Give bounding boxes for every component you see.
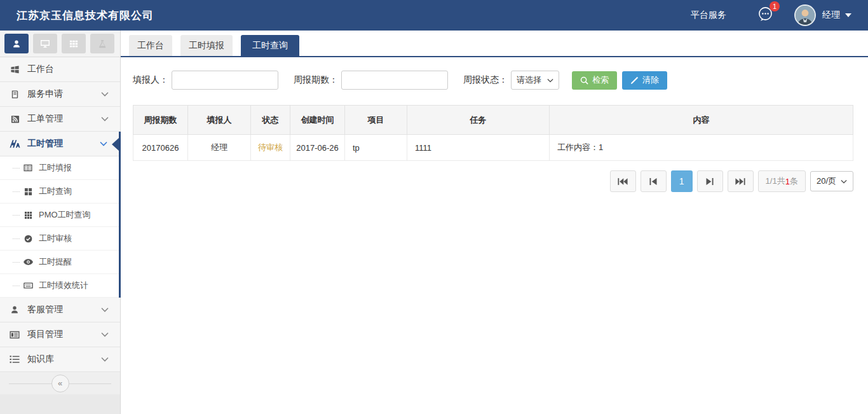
collapse-sidebar-button[interactable]: « bbox=[51, 375, 69, 392]
table-header-row: 周报期数 填报人 状态 创建时间 项目 任务 内容 bbox=[133, 106, 853, 135]
cell-created: 2017-06-26 bbox=[290, 135, 345, 161]
sidebar-icon-tabs bbox=[0, 31, 120, 57]
last-page-icon bbox=[735, 178, 745, 185]
clear-button[interactable]: 清除 bbox=[622, 71, 667, 90]
sidebar-item-label: 工时查询 bbox=[39, 186, 72, 197]
filter-row: 填报人： 周报期数： 周报状态： 请选择 检索 清除 bbox=[133, 71, 853, 90]
period-input[interactable] bbox=[341, 71, 448, 90]
grid-icon[interactable] bbox=[62, 34, 86, 53]
last-page-button[interactable] bbox=[728, 170, 754, 192]
pagination-record-count: 1 bbox=[785, 177, 790, 186]
topbar-right: 平台服务 1 经理 bbox=[691, 4, 868, 26]
worktime-submenu: 工时填报 工时查询 PMO工时查询 bbox=[0, 156, 119, 298]
period-label: 周报期数： bbox=[294, 74, 338, 86]
pagination-info: 1/1共1条 bbox=[758, 170, 806, 192]
cell-period: 20170626 bbox=[133, 135, 188, 161]
active-section: 工时管理 工时填报 工时查询 bbox=[0, 132, 121, 298]
status-select[interactable]: 请选择 bbox=[511, 71, 559, 90]
avatar[interactable] bbox=[794, 4, 816, 26]
feed-icon bbox=[9, 114, 20, 124]
app-window: 江苏京玉信息技术有限公司 平台服务 1 经理 bbox=[0, 0, 868, 414]
sidebar-item-worktime-query[interactable]: 工时查询 bbox=[0, 180, 119, 204]
sidebar-item-label: 工时审核 bbox=[39, 233, 72, 244]
cell-status: 待审核 bbox=[251, 135, 290, 161]
tab-worktime-query[interactable]: 工时查询 bbox=[241, 35, 299, 56]
shell: 工作台 服务申请 工单管理 bbox=[0, 31, 868, 414]
flask-icon[interactable] bbox=[90, 34, 114, 53]
chevron-down-icon bbox=[100, 141, 107, 146]
eye-icon bbox=[23, 258, 33, 266]
chat-bubble-icon bbox=[757, 14, 774, 25]
user-icon[interactable] bbox=[4, 34, 29, 53]
user-menu-caret-icon[interactable] bbox=[845, 13, 851, 17]
active-notch-icon bbox=[112, 138, 119, 151]
film-icon bbox=[23, 163, 33, 172]
sidebar-item-worktime[interactable]: 工时管理 bbox=[0, 132, 119, 156]
chevron-down-icon bbox=[101, 92, 109, 97]
sidebar-item-worktime-reminder[interactable]: 工时提醒 bbox=[0, 251, 119, 274]
page-number-button[interactable]: 1 bbox=[671, 170, 693, 192]
sidebar-item-label: 客服管理 bbox=[27, 304, 101, 315]
worktime-icon bbox=[9, 139, 20, 149]
next-page-button[interactable] bbox=[697, 170, 723, 192]
user-menu-label[interactable]: 经理 bbox=[822, 10, 840, 21]
col-header-task: 任务 bbox=[407, 106, 550, 135]
chevron-down-icon bbox=[101, 332, 109, 337]
company-title: 江苏京玉信息技术有限公司 bbox=[0, 8, 154, 23]
sidebar-item-label: PMO工时查询 bbox=[39, 209, 91, 221]
chevron-down-icon bbox=[101, 357, 109, 362]
main-area: 工作台 工时填报 工时查询 填报人： 周报期数： 周报状态： 请选择 bbox=[121, 31, 868, 414]
col-header-period: 周报期数 bbox=[133, 106, 188, 135]
chevron-down-icon bbox=[841, 179, 847, 184]
page-size-select[interactable]: 20/页 bbox=[810, 171, 853, 191]
status-label: 周报状态： bbox=[463, 74, 508, 86]
chevron-down-icon bbox=[547, 78, 553, 83]
col-header-project: 项目 bbox=[345, 106, 407, 135]
sidebar-item-knowledge-base[interactable]: 知识库 bbox=[0, 347, 120, 372]
sidebar-item-customer-service[interactable]: 客服管理 bbox=[0, 298, 120, 322]
sidebar-item-label: 服务申请 bbox=[27, 88, 101, 100]
pagination: 1 1/1共1条 20/页 bbox=[133, 170, 853, 192]
sidebar-item-service-request[interactable]: 服务申请 bbox=[0, 82, 120, 107]
chevron-down-icon bbox=[101, 116, 109, 121]
prev-page-button[interactable] bbox=[641, 170, 667, 192]
reporter-input[interactable] bbox=[172, 71, 278, 90]
sidebar-item-project-management[interactable]: 项目管理 bbox=[0, 322, 120, 347]
sidebar-item-worktime-performance[interactable]: 工时绩效统计 bbox=[0, 274, 119, 298]
person-icon bbox=[9, 305, 20, 315]
search-button[interactable]: 检索 bbox=[572, 71, 617, 90]
cell-content: 工作内容：1 bbox=[550, 135, 853, 161]
sidebar-item-worktime-fill[interactable]: 工时填报 bbox=[0, 156, 119, 180]
search-button-label: 检索 bbox=[592, 74, 609, 86]
reporter-label: 填报人： bbox=[133, 74, 168, 86]
table-row[interactable]: 20170626 经理 待审核 2017-06-26 tp 1111 工作内容：… bbox=[133, 135, 853, 161]
sidebar-item-worktime-review[interactable]: 工时审核 bbox=[0, 227, 119, 251]
sidebar-item-label: 项目管理 bbox=[27, 329, 101, 340]
pagination-info-prefix: 1/1共 bbox=[766, 176, 785, 187]
sidebar-item-label: 工时绩效统计 bbox=[39, 280, 88, 291]
col-header-content: 内容 bbox=[550, 106, 853, 135]
page-size-value: 20/页 bbox=[817, 176, 836, 187]
unread-count-badge: 1 bbox=[770, 1, 780, 11]
sidebar-item-work-orders[interactable]: 工单管理 bbox=[0, 107, 120, 132]
project-icon bbox=[9, 329, 20, 340]
next-page-icon bbox=[706, 178, 714, 185]
monitor-icon[interactable] bbox=[33, 34, 57, 53]
tab-worktime-fill[interactable]: 工时填报 bbox=[180, 35, 233, 56]
messages-button[interactable]: 1 bbox=[757, 6, 774, 25]
sidebar-item-workbench[interactable]: 工作台 bbox=[0, 57, 120, 82]
knowledge-icon bbox=[9, 354, 20, 364]
sidebar-filler bbox=[0, 394, 120, 414]
platform-services-link[interactable]: 平台服务 bbox=[691, 10, 726, 21]
sidebar-collapse-row: « bbox=[0, 372, 120, 394]
sidebar-item-label: 工时管理 bbox=[27, 138, 100, 149]
first-page-button[interactable] bbox=[610, 170, 636, 192]
search-icon bbox=[580, 76, 588, 85]
tab-workbench[interactable]: 工作台 bbox=[129, 35, 172, 56]
col-header-created: 创建时间 bbox=[290, 106, 345, 135]
pencil-icon bbox=[630, 76, 639, 85]
sidebar-item-label: 工单管理 bbox=[27, 113, 101, 125]
sidebar-item-pmo-worktime-query[interactable]: PMO工时查询 bbox=[0, 204, 119, 227]
sidebar: 工作台 服务申请 工单管理 bbox=[0, 31, 121, 414]
grid3-icon bbox=[23, 210, 33, 219]
